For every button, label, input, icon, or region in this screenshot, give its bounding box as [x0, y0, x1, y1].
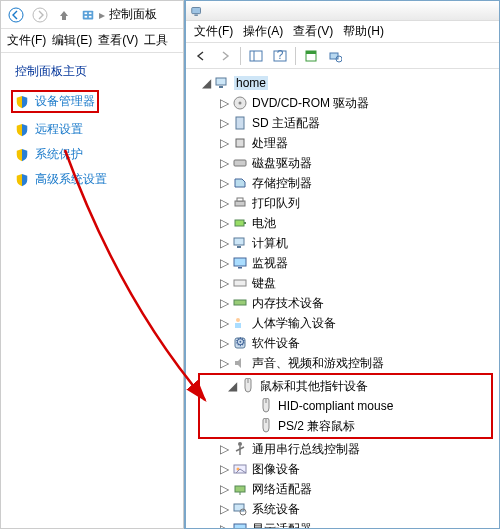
toolbar-separator	[240, 47, 241, 65]
toolbar-separator	[295, 47, 296, 65]
tree-category[interactable]: ▷人体学输入设备	[192, 313, 499, 333]
tree-category-mouse[interactable]: ◢ 鼠标和其他指针设备	[200, 376, 491, 396]
tree-root[interactable]: ◢ home	[192, 73, 499, 93]
menu-view[interactable]: 查看(V)	[98, 32, 138, 49]
sidebar-item-2[interactable]: 系统保护	[15, 146, 183, 163]
expander-closed-icon[interactable]: ▷	[218, 503, 230, 515]
properties-icon[interactable]	[300, 45, 322, 67]
memory-icon	[232, 295, 248, 311]
titlebar	[186, 1, 499, 21]
tree-category[interactable]: ▷SD 主适配器	[192, 113, 499, 133]
sidebar-item-label: 设备管理器	[35, 93, 95, 110]
expander-closed-icon[interactable]: ▷	[218, 137, 230, 149]
tree-category[interactable]: ▷内存技术设备	[192, 293, 499, 313]
svg-rect-5	[85, 15, 88, 17]
category-label: 系统设备	[252, 501, 300, 518]
expander-open-icon[interactable]: ◢	[200, 77, 212, 89]
menu-help[interactable]: 帮助(H)	[343, 23, 384, 40]
tree-category[interactable]: ▷打印队列	[192, 193, 499, 213]
back-icon[interactable]	[190, 45, 212, 67]
svg-point-0	[9, 8, 23, 22]
tree-category[interactable]: ▷声音、视频和游戏控制器	[192, 353, 499, 373]
menu-view[interactable]: 查看(V)	[293, 23, 333, 40]
menu-tools[interactable]: 工具	[144, 32, 168, 49]
tree-category[interactable]: ▷网络适配器	[192, 479, 499, 499]
console-tree-icon[interactable]	[245, 45, 267, 67]
monitor-icon	[232, 255, 248, 271]
category-label: 软件设备	[252, 335, 300, 352]
expander-open-icon[interactable]: ◢	[226, 380, 238, 392]
expander-closed-icon[interactable]: ▷	[218, 177, 230, 189]
sidebar-item-1[interactable]: 远程设置	[15, 121, 183, 138]
expander-closed-icon[interactable]: ▷	[218, 523, 230, 528]
computer-icon	[232, 235, 248, 251]
tree-category[interactable]: ▷磁盘驱动器	[192, 153, 499, 173]
svg-rect-29	[237, 246, 241, 248]
expander-closed-icon[interactable]: ▷	[218, 317, 230, 329]
tree-category[interactable]: ▷显示适配器	[192, 519, 499, 528]
expander-closed-icon[interactable]: ▷	[218, 443, 230, 455]
expander-closed-icon[interactable]: ▷	[218, 483, 230, 495]
tree-category[interactable]: ▷DVD/CD-ROM 驱动器	[192, 93, 499, 113]
breadcrumb-bar[interactable]: ▸ 控制面板	[77, 6, 179, 23]
tree-category[interactable]: ▷系统设备	[192, 499, 499, 519]
storage-icon	[232, 175, 248, 191]
svg-point-1	[33, 8, 47, 22]
sidebar-item-0[interactable]: 设备管理器	[11, 90, 99, 113]
menu-file[interactable]: 文件(F)	[194, 23, 233, 40]
expander-closed-icon[interactable]: ▷	[218, 237, 230, 249]
expander-closed-icon[interactable]: ▷	[218, 297, 230, 309]
help-icon[interactable]: ?	[269, 45, 291, 67]
tree-category[interactable]: ▷计算机	[192, 233, 499, 253]
menu-action[interactable]: 操作(A)	[243, 23, 283, 40]
expander-closed-icon[interactable]: ▷	[218, 117, 230, 129]
category-label: 通用串行总线控制器	[252, 441, 360, 458]
expander-closed-icon[interactable]: ▷	[218, 217, 230, 229]
expander-closed-icon[interactable]: ▷	[218, 277, 230, 289]
svg-rect-31	[238, 267, 242, 269]
tree-device[interactable]: ▷ HID-compliant mouse	[200, 396, 491, 416]
root-label: home	[234, 76, 268, 90]
svg-rect-3	[85, 12, 88, 14]
svg-rect-47	[235, 486, 245, 492]
control-panel-icon	[81, 8, 95, 22]
tree-category[interactable]: ▷通用串行总线控制器	[192, 439, 499, 459]
device-tree[interactable]: ◢ home ▷DVD/CD-ROM 驱动器▷SD 主适配器▷处理器▷磁盘驱动器…	[186, 69, 499, 528]
tree-category[interactable]: ▷键盘	[192, 273, 499, 293]
expander-closed-icon[interactable]: ▷	[218, 197, 230, 209]
expander-closed-icon[interactable]: ▷	[218, 463, 230, 475]
svg-rect-30	[234, 258, 246, 266]
forward-button[interactable]	[29, 4, 51, 26]
tree-category[interactable]: ▷处理器	[192, 133, 499, 153]
svg-rect-51	[234, 524, 246, 528]
forward-icon[interactable]	[214, 45, 236, 67]
nav-toolbar: ▸ 控制面板	[1, 1, 183, 29]
expander-closed-icon[interactable]: ▷	[218, 337, 230, 349]
menu-file[interactable]: 文件(F)	[7, 32, 46, 49]
tree-category[interactable]: ▷图像设备	[192, 459, 499, 479]
image-icon	[232, 461, 248, 477]
network-icon	[232, 481, 248, 497]
tree-category[interactable]: ▷⚙软件设备	[192, 333, 499, 353]
category-label: 鼠标和其他指针设备	[260, 378, 368, 395]
tree-device[interactable]: ▷ PS/2 兼容鼠标	[200, 416, 491, 436]
svg-rect-49	[234, 504, 244, 511]
svg-rect-18	[219, 86, 223, 88]
system-icon	[232, 501, 248, 517]
svg-rect-35	[235, 323, 241, 328]
category-label: 人体学输入设备	[252, 315, 336, 332]
expander-closed-icon[interactable]: ▷	[218, 157, 230, 169]
menu-edit[interactable]: 编辑(E)	[52, 32, 92, 49]
tree-category[interactable]: ▷电池	[192, 213, 499, 233]
back-button[interactable]	[5, 4, 27, 26]
sidebar-item-3[interactable]: 高级系统设置	[15, 171, 183, 188]
expander-closed-icon[interactable]: ▷	[218, 257, 230, 269]
device-manager-icon	[190, 4, 204, 18]
expander-closed-icon[interactable]: ▷	[218, 97, 230, 109]
scan-hardware-icon[interactable]	[324, 45, 346, 67]
tree-category[interactable]: ▷存储控制器	[192, 173, 499, 193]
up-button[interactable]	[53, 4, 75, 26]
expander-closed-icon[interactable]: ▷	[218, 357, 230, 369]
tree-category[interactable]: ▷监视器	[192, 253, 499, 273]
category-label: 网络适配器	[252, 481, 312, 498]
